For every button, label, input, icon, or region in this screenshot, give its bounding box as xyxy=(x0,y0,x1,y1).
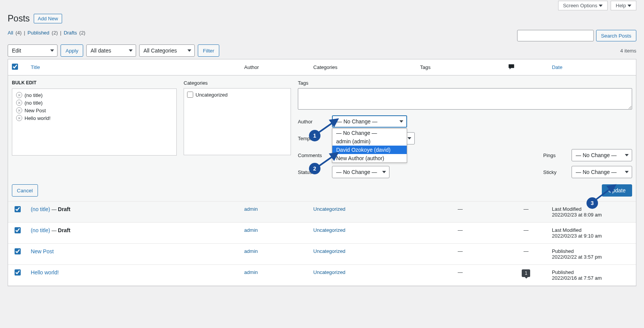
post-comments: 1 xyxy=(504,265,548,286)
screen-options-button[interactable]: Screen Options xyxy=(558,1,608,10)
tags-label: Tags xyxy=(298,80,632,86)
post-date: Last Modified2022/02/23 at 9:10 am xyxy=(548,223,636,244)
row-checkbox[interactable] xyxy=(15,227,21,233)
column-date[interactable]: Date xyxy=(552,64,562,70)
categories-label: Categories xyxy=(184,80,291,86)
filter-published-count: (2) xyxy=(52,30,58,36)
post-category-link[interactable]: Uncategorized xyxy=(313,248,345,254)
remove-icon[interactable]: ✕ xyxy=(16,107,22,113)
date-filter-select[interactable]: All dates xyxy=(86,44,136,57)
post-category-link[interactable]: Uncategorized xyxy=(313,269,345,275)
bulk-title-item: ✕Hello world! xyxy=(15,114,174,122)
column-comments xyxy=(504,59,548,75)
remove-icon[interactable]: ✕ xyxy=(16,92,22,98)
post-author-link[interactable]: admin xyxy=(244,248,258,254)
pings-label: Pings xyxy=(543,153,566,158)
bulk-action-select[interactable]: Edit xyxy=(8,44,58,57)
filter-drafts-link[interactable]: Drafts xyxy=(64,30,77,36)
author-select[interactable]: — No Change — xyxy=(332,115,407,128)
bulk-title-item: ✕New Post xyxy=(15,107,174,114)
page-title: Posts xyxy=(8,13,30,24)
categories-box[interactable]: Uncategorized xyxy=(184,88,291,155)
filter-all-link[interactable]: All xyxy=(8,30,13,36)
post-date: Published2022/02/16 at 7:57 am xyxy=(548,265,636,286)
annotation-3: 3 xyxy=(586,197,598,209)
author-option[interactable]: David Ozokoye (david) xyxy=(332,146,407,154)
search-input[interactable] xyxy=(517,30,594,41)
post-author-link[interactable]: admin xyxy=(244,269,258,275)
author-option[interactable]: admin (admin) xyxy=(332,137,407,146)
filter-drafts-count: (2) xyxy=(79,30,85,36)
column-author: Author xyxy=(240,59,309,75)
post-tags: — xyxy=(416,265,504,286)
column-tags: Tags xyxy=(416,59,504,75)
table-row: Hello world!adminUncategorized—1Publishe… xyxy=(8,265,636,286)
chevron-down-icon xyxy=(187,49,191,52)
post-author-link[interactable]: admin xyxy=(244,206,258,212)
filter-button[interactable]: Filter xyxy=(198,44,219,57)
chevron-down-icon xyxy=(628,5,631,7)
bulk-title-item: ✕(no title) xyxy=(15,91,174,99)
category-filter-select[interactable]: All Categories xyxy=(139,44,195,57)
chevron-down-icon xyxy=(399,120,403,123)
post-title-link[interactable]: New Post xyxy=(31,248,54,254)
post-tags: — xyxy=(416,244,504,265)
category-uncategorized[interactable]: Uncategorized xyxy=(187,92,288,98)
chevron-down-icon xyxy=(625,171,629,173)
column-categories: Categories xyxy=(309,59,416,75)
post-category-link[interactable]: Uncategorized xyxy=(313,206,345,212)
row-checkbox[interactable] xyxy=(15,248,21,254)
chevron-down-icon xyxy=(382,171,386,173)
post-title-link[interactable]: (no title) xyxy=(31,206,50,212)
post-comments: — xyxy=(504,202,548,223)
table-row: (no title) — DraftadminUncategorized——La… xyxy=(8,202,636,223)
post-category-link[interactable]: Uncategorized xyxy=(313,227,345,233)
sticky-label: Sticky xyxy=(543,169,566,175)
apply-button[interactable]: Apply xyxy=(61,44,83,57)
help-button[interactable]: Help xyxy=(611,1,636,10)
author-option[interactable]: New Author (author) xyxy=(332,154,407,162)
add-new-button[interactable]: Add New xyxy=(34,14,62,23)
tags-input[interactable] xyxy=(298,88,632,110)
update-button[interactable]: Update xyxy=(602,184,632,197)
filter-all-count: (4) xyxy=(15,30,21,36)
sticky-select[interactable]: — No Change — xyxy=(572,166,632,178)
annotation-1: 1 xyxy=(309,130,320,141)
table-row: (no title) — DraftadminUncategorized——La… xyxy=(8,223,636,244)
post-title-link[interactable]: Hello world! xyxy=(31,269,59,276)
post-date: Published2022/02/22 at 3:57 pm xyxy=(548,244,636,265)
author-label: Author xyxy=(298,119,327,125)
comments-label: Comments xyxy=(298,153,327,158)
bulk-edit-heading: BULK EDIT xyxy=(12,80,177,85)
items-count: 4 items xyxy=(620,48,636,54)
post-tags: — xyxy=(416,202,504,223)
author-option[interactable]: — No Change — xyxy=(332,129,407,137)
table-row: New PostadminUncategorized——Published202… xyxy=(8,244,636,265)
bulk-titles-list[interactable]: ✕(no title)✕(no title)✕New Post✕Hello wo… xyxy=(12,89,177,156)
author-dropdown[interactable]: — No Change —admin (admin)David Ozokoye … xyxy=(332,128,407,163)
cancel-button[interactable]: Cancel xyxy=(12,184,38,197)
remove-icon[interactable]: ✕ xyxy=(16,100,22,106)
post-comments: — xyxy=(504,244,548,265)
row-checkbox[interactable] xyxy=(15,269,21,276)
chevron-down-icon xyxy=(407,137,411,139)
chevron-down-icon xyxy=(129,49,133,52)
search-posts-button[interactable]: Search Posts xyxy=(596,30,636,41)
chevron-down-icon xyxy=(599,5,603,7)
remove-icon[interactable]: ✕ xyxy=(16,115,22,121)
post-tags: — xyxy=(416,223,504,244)
annotation-2: 2 xyxy=(309,163,320,174)
bulk-title-item: ✕(no title) xyxy=(15,99,174,107)
row-checkbox[interactable] xyxy=(15,206,21,212)
select-all-checkbox[interactable] xyxy=(12,64,18,70)
column-title[interactable]: Title xyxy=(31,64,40,70)
post-comments: — xyxy=(504,223,548,244)
filter-published-link[interactable]: Published xyxy=(28,30,49,36)
comment-count-badge[interactable]: 1 xyxy=(522,269,530,277)
chevron-down-icon xyxy=(625,154,629,156)
chevron-down-icon xyxy=(50,49,54,52)
pings-select[interactable]: — No Change — xyxy=(572,149,632,161)
post-author-link[interactable]: admin xyxy=(244,227,258,233)
post-title-link[interactable]: (no title) xyxy=(31,227,50,233)
status-select[interactable]: — No Change — xyxy=(332,166,389,178)
